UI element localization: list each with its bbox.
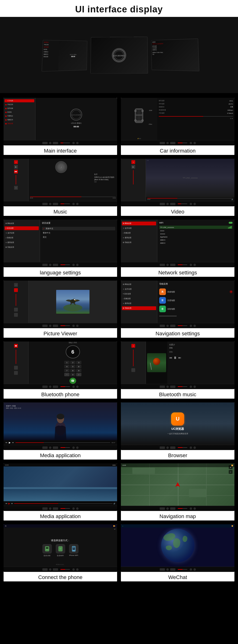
sidebar-item-fm: 收音机	[4, 111, 34, 114]
connect-option-android-usb[interactable]: 安卓USB	[42, 544, 52, 557]
label-media-application-2: Media application	[4, 511, 117, 520]
setting-audio: ♪ 音频设置	[4, 236, 39, 240]
bt-phone-bottom-controls	[4, 384, 117, 389]
grid-item-navigation-settings: ⊞ 网络设置 ☆ 蓝牙设置 ≡ 语言设置 ♪ 音频设置 ⊙ 通用设置 ⊞ 导航应…	[121, 280, 234, 338]
ctrl-home-6	[190, 264, 192, 266]
svg-point-11	[142, 110, 144, 112]
lang-english: 英文	[42, 235, 115, 239]
wifi-item-3: xxxxxx	[159, 232, 232, 235]
earth-globe	[161, 529, 194, 562]
wifi-item-1: TP-LINK_xxxxxxxx	[159, 226, 232, 229]
ctrl-prev-7	[42, 324, 48, 327]
call-button[interactable]: ☎	[70, 378, 76, 384]
android-usb-label: 安卓USB	[44, 554, 50, 557]
screen-bluetooth-music: ♪	[121, 342, 234, 389]
screen-main-interface: 行车电脑 手机互联 蓝牙连接	[4, 98, 117, 146]
ctrl-back-12	[194, 446, 196, 449]
ctrl-back-10	[194, 386, 196, 388]
setting-apps-n: ⊞ 导航应用	[122, 240, 156, 244]
screen-media-application-2: 13:00 ▶ ▶	[4, 463, 117, 511]
label-browser: Browser	[121, 450, 234, 460]
setting-apps: ⊞ 导航应用	[4, 245, 39, 249]
bt-music-info: 任爱少 未知 未知 ⏮ ⏸ ⏭	[167, 342, 234, 384]
connect-option-iphone-wifi[interactable]: iPhone WiFi	[69, 544, 78, 557]
setting-network-active: ⊞ 网络设置	[122, 222, 156, 226]
screen-navigation-settings: ⊞ 网络设置 ☆ 蓝牙设置 ≡ 语言设置 ♪ 音频设置 ⊙ 通用设置 ⊞ 导航应…	[121, 280, 234, 328]
video-icon: ♪	[132, 160, 135, 164]
sidebar-item-car: 车载电台	[4, 114, 34, 118]
nav-settings-sidebar: ⊞ 网络设置 ☆ 蓝牙设置 ≡ 语言设置 ♪ 音频设置 ⊙ 通用设置 ⊞ 导航应…	[121, 280, 157, 323]
navmap-bottom-controls	[121, 506, 234, 511]
ctrl-prev-14	[160, 508, 165, 510]
connect-option-android-wifi[interactable]: 安卓WIFI	[56, 544, 65, 557]
grid-item-media-application-1: 迷途中 • 转速 林峰 • 转速 • 贰队 01:60 ⏮ ▶ ⏭ 03:47	[4, 402, 117, 460]
nav-setting-general: ⊙ 通用设置	[122, 302, 156, 305]
picture-main	[28, 280, 117, 323]
wifi-item-5: 4685-5	[159, 239, 232, 241]
ctrl-next-15	[53, 568, 58, 571]
label-connect-phone: Connect the phone	[4, 572, 117, 582]
browser-bottom-controls	[121, 445, 234, 450]
ctrl-prev-5	[42, 264, 48, 266]
label-picture-viewer: Picture Viewer	[4, 328, 117, 338]
screen-language-settings: ⊞ 网络设置 ≡ 语言设置 ☆ 蓝牙设置 ♪ 音频设置 ⊙ 通用设置 ⊞ 导航应…	[4, 220, 117, 267]
nav-app-google: 谷 谷歌地图	[159, 306, 232, 312]
uc-browser-tagline: 一起打开精彩的网络世界	[167, 432, 188, 435]
iphone-wifi-icon	[69, 544, 78, 554]
svg-point-15	[63, 304, 82, 311]
screen-media-application-1: 迷途中 • 转速 林峰 • 转速 • 贰队 01:60 ⏮ ▶ ⏭ 03:47	[4, 402, 117, 450]
svg-point-18	[74, 299, 75, 300]
hero-screen-left-inner: 移动电台 手机互联 蓝牙连接 收音机 车载电台 视频音乐 系统设置 1月1日 星…	[42, 40, 87, 71]
connect-title: 请选择连接方式：	[51, 539, 70, 542]
screen-picture-viewer: ♪	[4, 280, 117, 328]
wechat-bottom-controls	[121, 567, 234, 572]
picture-sidebar: ♪	[4, 280, 28, 323]
ctrl-play-11	[49, 446, 52, 449]
ctrl-play-15	[49, 568, 52, 571]
google-label: 谷歌地图	[167, 308, 175, 310]
label-wechat: WeChat	[121, 572, 234, 582]
nav-app-baidu: 百 百度地图	[159, 297, 232, 304]
ctrl-back-15	[76, 568, 78, 571]
ctrl-back-6	[194, 264, 196, 266]
nav-setting-language: ≡ 语言设置	[122, 292, 156, 296]
label-network-settings: Network settings	[121, 267, 234, 277]
grid-item-video: ♪ ▶ TP-LINK_xxxxxxx ♪ ♪	[121, 159, 234, 216]
ctrl-next-7	[53, 324, 58, 327]
sidebar-item-video: 视频音乐	[4, 118, 34, 121]
nav-setting-bt: ☆ 蓝牙设置	[122, 287, 156, 291]
ctrl-back	[76, 142, 78, 144]
wifi-toggle[interactable]	[229, 222, 232, 224]
screen-video: ♪ ▶ TP-LINK_xxxxxxx ♪ ♪	[121, 159, 234, 206]
hero-screen-right: 标标标 没有什么人会永远无天 新车温度 车外温度 放储安全 逻(Born To …	[151, 38, 199, 71]
grid-item-navigation-map: + − 13:00 📶	[121, 463, 234, 520]
ctrl-next-8	[170, 324, 176, 327]
label-main-interface: Main interface	[4, 146, 117, 155]
grid-section: 行车电脑 手机互联 蓝牙连接	[0, 93, 238, 586]
grid-item-wechat: ● 📶	[121, 524, 234, 582]
ctrl-home-8	[190, 324, 192, 327]
nav-bottom-controls	[121, 323, 234, 328]
google-icon: 谷	[159, 306, 166, 312]
ctrl-back-7	[76, 324, 78, 327]
lang-traditional-chinese: 繁体中文	[42, 231, 115, 235]
screen-browser: U UC浏览器 一起打开精彩的网络世界	[121, 402, 234, 450]
sidebar-item-phone: 手机互联	[4, 103, 34, 106]
wifi-item-4: AppName	[159, 236, 232, 238]
ctrl-next-5	[53, 264, 58, 266]
ctrl-home	[72, 142, 75, 144]
ctrl-home-11	[72, 446, 75, 449]
ctrl-next	[53, 142, 58, 144]
zoom-out-button[interactable]: −	[229, 470, 232, 474]
svg-point-27	[60, 549, 61, 550]
ctrl-play-3	[49, 203, 52, 205]
ctrl-home-2	[190, 142, 192, 144]
hero-screen-center-inner: ALFA ROMEO	[91, 37, 148, 73]
ctrl-next-4	[170, 203, 176, 205]
sidebar-item-bt: 蓝牙连接	[4, 107, 34, 110]
bt-music-artwork	[146, 342, 167, 384]
ctrl-play-5	[49, 264, 52, 266]
connect-bottom-controls	[4, 567, 117, 572]
ctrl-home-16	[190, 568, 192, 571]
ctrl-prev-10	[160, 386, 165, 388]
